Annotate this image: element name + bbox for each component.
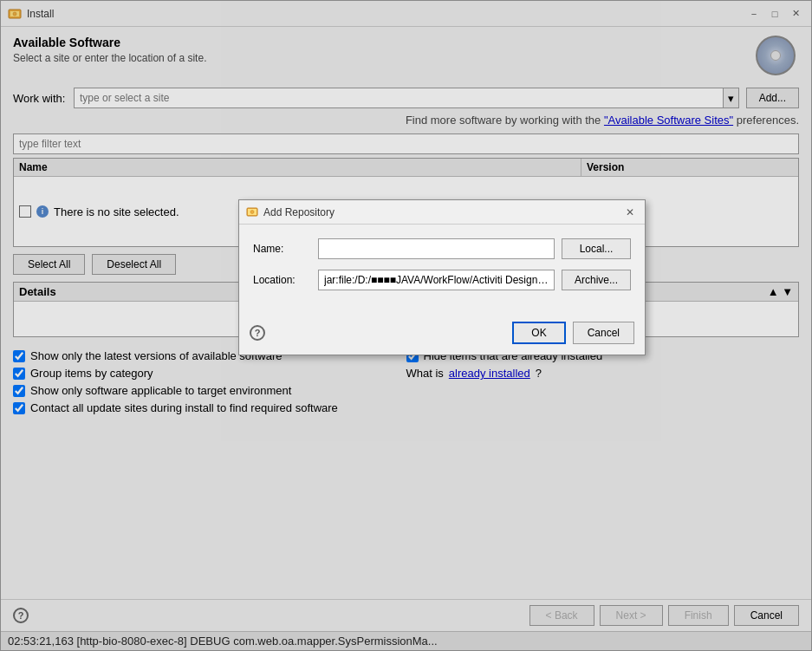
dialog-location-row: Location: Archive...: [253, 270, 631, 290]
archive-button[interactable]: Archive...: [562, 270, 631, 290]
software-sites-suffix: preferences.: [733, 114, 799, 127]
add-repository-dialog: Add Repository ✕ Name: Local... Location…: [238, 199, 646, 355]
select-all-button[interactable]: Select All: [13, 254, 85, 275]
col-version-header: Version: [581, 159, 798, 176]
no-site-row: i There is no site selected.: [19, 205, 179, 218]
software-sites-prefix: Find more software by working with the: [406, 114, 604, 127]
dialog-help-icon[interactable]: ?: [250, 325, 265, 341]
dialog-location-label: Location:: [253, 274, 318, 286]
dialog-icon: [246, 206, 258, 218]
table-header: Name Version: [14, 159, 798, 177]
work-with-label: Work with:: [13, 92, 74, 105]
cd-graphic: [756, 36, 796, 75]
work-with-dropdown[interactable]: ▾: [724, 88, 739, 108]
work-with-row: Work with: ▾ Add...: [13, 88, 799, 108]
col-name-header: Name: [14, 159, 581, 176]
group-by-category-label: Group items by category: [30, 367, 153, 380]
help-icon[interactable]: ?: [13, 608, 29, 623]
details-scroll-controls: ▲ ▼: [768, 285, 793, 298]
dialog-body: Name: Local... Location: Archive...: [239, 225, 645, 315]
next-button[interactable]: Next >: [600, 605, 663, 626]
back-button[interactable]: < Back: [529, 605, 594, 626]
contact-update-sites-checkbox[interactable]: [13, 402, 25, 414]
applicable-only-checkbox[interactable]: [13, 385, 25, 397]
details-label: Details: [19, 285, 56, 298]
work-with-input[interactable]: [74, 88, 724, 108]
already-installed-link[interactable]: already installed: [449, 367, 530, 380]
contact-update-sites-row: Contact all update sites during install …: [13, 401, 406, 414]
window-title: Install: [27, 8, 745, 20]
dialog-cancel-button[interactable]: Cancel: [573, 322, 634, 344]
no-site-text: There is no site selected.: [54, 205, 179, 218]
dialog-ok-button[interactable]: OK: [512, 322, 565, 344]
filter-row: [13, 133, 799, 154]
dialog-location-input[interactable]: [318, 270, 555, 290]
dialog-name-label: Name:: [253, 243, 318, 255]
window-controls: − □ ✕: [745, 5, 804, 23]
checkboxes-left-col: Show only the latest versions of availab…: [13, 349, 406, 419]
checkboxes-right-col: Hide items that are already installed Wh…: [406, 349, 800, 419]
cancel-button[interactable]: Cancel: [734, 605, 799, 626]
dialog-footer: ? OK Cancel: [239, 315, 645, 355]
no-site-checkbox[interactable]: [19, 205, 31, 218]
cd-hole: [770, 50, 781, 61]
page-subtitle: Select a site or enter the location of a…: [13, 52, 206, 64]
finish-button[interactable]: Finish: [668, 605, 729, 626]
dialog-close-button[interactable]: ✕: [622, 205, 638, 220]
page-title: Available Software: [13, 36, 206, 49]
window-icon: [8, 7, 22, 21]
dialog-title: Add Repository: [263, 206, 622, 218]
group-by-category-row: Group items by category: [13, 367, 406, 380]
info-icon: i: [36, 205, 49, 218]
local-button[interactable]: Local...: [562, 238, 631, 259]
already-installed-row: What is already installed?: [406, 367, 800, 380]
header-section: Available Software Select a site or ente…: [13, 36, 799, 79]
close-button[interactable]: ✕: [787, 5, 804, 23]
status-text: 02:53:21,163 [http-bio-8080-exec-8] DEBU…: [8, 635, 438, 648]
dialog-name-row: Name: Local...: [253, 238, 631, 259]
applicable-only-row: Show only software applicable to target …: [13, 384, 406, 397]
nav-buttons: < Back Next > Finish Cancel: [529, 605, 799, 626]
what-is-label: What is: [406, 367, 444, 380]
add-button[interactable]: Add...: [746, 88, 799, 108]
checkboxes-section: Show only the latest versions of availab…: [13, 344, 799, 424]
scroll-down-icon[interactable]: ▼: [782, 285, 793, 298]
dialog-name-input[interactable]: [318, 238, 555, 259]
contact-update-sites-label: Contact all update sites during install …: [30, 401, 338, 414]
svg-point-2: [13, 12, 16, 16]
title-bar: Install − □ ✕: [1, 1, 811, 27]
maximize-button[interactable]: □: [766, 5, 783, 23]
already-installed-suffix: ?: [536, 367, 542, 380]
header-text: Available Software Select a site or ente…: [13, 36, 206, 64]
svg-point-5: [250, 210, 254, 213]
latest-versions-checkbox[interactable]: [13, 350, 25, 362]
bottom-left: ?: [13, 608, 29, 623]
applicable-only-label: Show only software applicable to target …: [30, 384, 291, 397]
deselect-all-button[interactable]: Deselect All: [92, 254, 176, 275]
software-sites-row: Find more software by working with the "…: [13, 114, 799, 127]
available-software-sites-link[interactable]: "Available Software Sites": [604, 114, 733, 127]
status-bar: 02:53:21,163 [http-bio-8080-exec-8] DEBU…: [1, 631, 811, 650]
minimize-button[interactable]: −: [745, 5, 763, 23]
dialog-action-buttons: OK Cancel: [512, 322, 634, 344]
chevron-down-icon: ▾: [728, 92, 734, 105]
bottom-bar: ? < Back Next > Finish Cancel: [1, 599, 811, 631]
checkboxes-two-col: Show only the latest versions of availab…: [13, 349, 799, 419]
cd-icon: [756, 36, 799, 79]
group-by-category-checkbox[interactable]: [13, 368, 25, 380]
scroll-up-icon[interactable]: ▲: [768, 285, 779, 298]
filter-input[interactable]: [13, 133, 799, 154]
dialog-title-bar: Add Repository ✕: [239, 200, 645, 225]
